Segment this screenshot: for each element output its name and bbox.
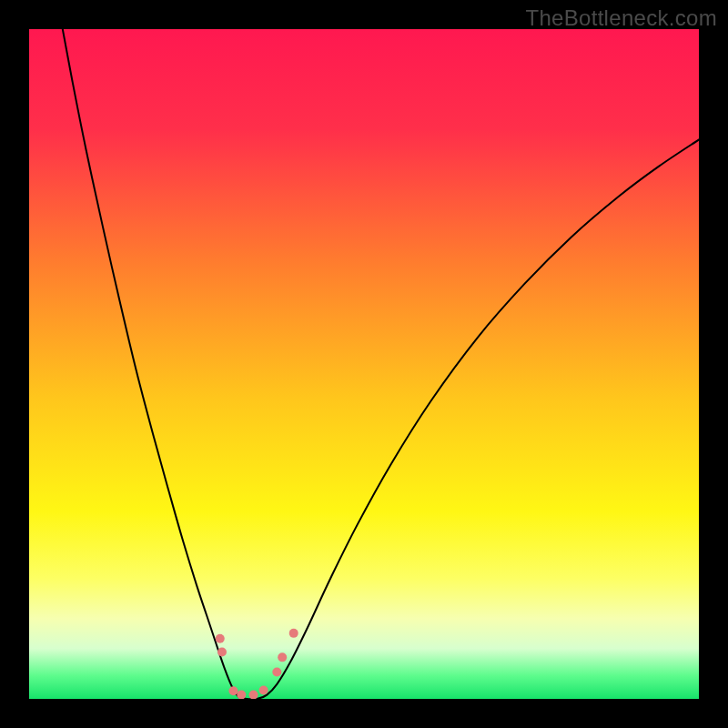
watermark-text: TheBottleneck.com xyxy=(525,5,717,31)
chart-frame xyxy=(29,29,699,699)
bottleneck-curve-chart xyxy=(29,29,699,699)
